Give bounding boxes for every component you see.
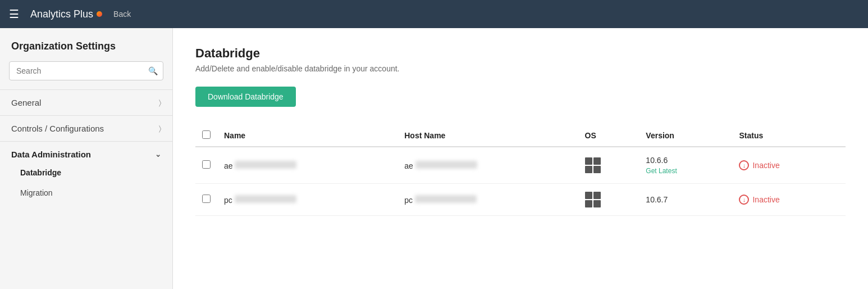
cell-os [578, 184, 639, 216]
sidebar-item-databridge[interactable]: Databridge [0, 162, 172, 183]
hostname-blurred [415, 161, 477, 169]
search-icon: 🔍 [148, 66, 158, 75]
table-row: pc pc 10.6.7 [195, 184, 846, 216]
name-blurred [235, 195, 296, 203]
status-inactive: ↓ Inactive [739, 160, 839, 170]
sidebar: Organization Settings 🔍 General 〉 Contro… [0, 28, 173, 289]
name-blurred [235, 161, 296, 169]
databridge-table: Name Host Name OS Version Status [195, 125, 846, 216]
name-prefix: pc [224, 196, 232, 205]
back-button[interactable]: Back [113, 10, 131, 19]
search-container: 🔍 [9, 61, 163, 80]
app-name: Analytics Plus [30, 8, 93, 20]
chevron-down-icon: ⌄ [155, 150, 161, 159]
cell-version: 10.6.7 [639, 184, 732, 216]
name-prefix: ae [224, 161, 233, 170]
chevron-right-icon: 〉 [159, 98, 161, 107]
search-input[interactable] [9, 61, 163, 80]
status-label: Inactive [752, 195, 779, 204]
windows-icon [585, 192, 601, 207]
inactive-icon: ↓ [739, 195, 749, 205]
sidebar-item-label: General [11, 98, 41, 107]
col-os: OS [578, 125, 639, 147]
inactive-icon: ↓ [739, 160, 749, 170]
sidebar-title: Organization Settings [0, 28, 172, 61]
col-version: Version [639, 125, 732, 147]
status-inactive: ↓ Inactive [739, 195, 839, 205]
hamburger-icon[interactable]: ☰ [9, 7, 19, 21]
hostname-prefix: ae [404, 161, 413, 170]
page-subtitle: Add/Delete and enable/disable databridge… [195, 64, 846, 73]
cell-os [578, 147, 639, 184]
sidebar-item-controls-configurations[interactable]: Controls / Configurations 〉 [0, 115, 172, 141]
hostname-blurred [415, 195, 477, 203]
page-title: Databridge [195, 46, 846, 61]
col-name: Name [217, 125, 398, 147]
app-logo: Analytics Plus [30, 8, 102, 20]
sidebar-item-general[interactable]: General 〉 [0, 89, 172, 115]
row-checkbox[interactable] [202, 160, 211, 169]
get-latest-link[interactable]: Get Latest [646, 166, 725, 176]
cell-hostname: ae [398, 147, 578, 184]
hostname-prefix: pc [404, 196, 413, 205]
sidebar-section-data-admin[interactable]: Data Administration ⌄ [0, 141, 172, 162]
download-databridge-button[interactable]: Download Databridge [195, 87, 296, 107]
col-status: Status [732, 125, 846, 147]
cell-version: 10.6.6 Get Latest [639, 147, 732, 184]
table-row: ae ae 10.6.6 [195, 147, 846, 184]
row-checkbox[interactable] [202, 195, 211, 203]
version-number: 10.6.7 [646, 195, 725, 206]
sidebar-section-label: Data Administration [11, 150, 91, 159]
sidebar-item-migration[interactable]: Migration [0, 183, 172, 203]
cell-status: ↓ Inactive [732, 184, 846, 216]
cell-status: ↓ Inactive [732, 147, 846, 184]
sidebar-item-label: Controls / Configurations [11, 124, 104, 133]
topnav: ☰ Analytics Plus Back [0, 0, 868, 28]
chevron-right-icon: 〉 [159, 124, 161, 133]
layout: Organization Settings 🔍 General 〉 Contro… [0, 28, 868, 289]
cell-name: pc [217, 184, 398, 216]
status-label: Inactive [752, 161, 779, 170]
select-all-checkbox[interactable] [202, 130, 211, 139]
cell-hostname: pc [398, 184, 578, 216]
main-content: Databridge Add/Delete and enable/disable… [173, 28, 868, 289]
windows-icon [585, 157, 601, 173]
cell-name: ae [217, 147, 398, 184]
col-hostname: Host Name [398, 125, 578, 147]
version-number: 10.6.6 [646, 155, 725, 166]
table-header-row: Name Host Name OS Version Status [195, 125, 846, 147]
logo-dot [97, 11, 102, 17]
